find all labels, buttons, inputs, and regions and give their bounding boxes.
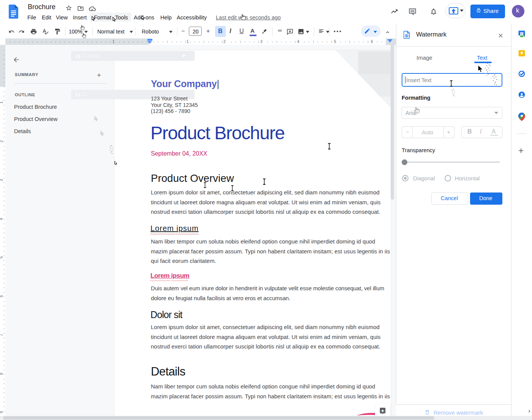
svg-text:31: 31 — [520, 32, 523, 35]
